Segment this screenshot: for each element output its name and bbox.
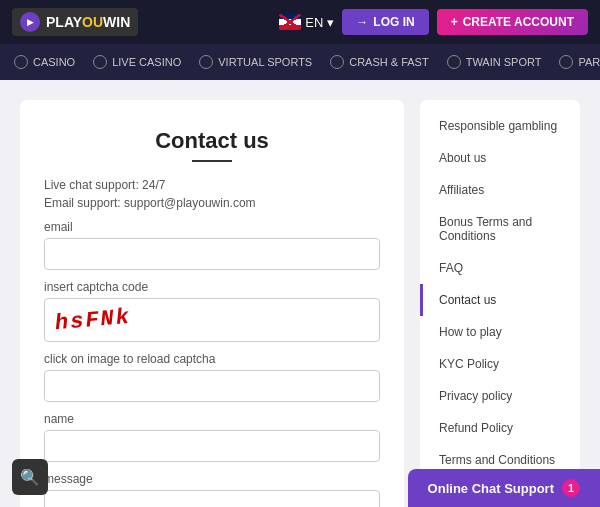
- search-icon: 🔍: [20, 468, 40, 487]
- main-content: Contact us Live chat support: 24/7 Email…: [0, 80, 600, 507]
- captcha-input[interactable]: [44, 370, 380, 402]
- casino-icon: [14, 55, 28, 69]
- email-support-info: Email support: support@playouwin.com: [44, 196, 380, 210]
- captcha-image[interactable]: hsFNk: [44, 298, 380, 342]
- nav-item-twain-sport[interactable]: TWAIN SPORT: [439, 44, 550, 80]
- name-input[interactable]: [44, 430, 380, 462]
- sidebar-item-refund-policy[interactable]: Refund Policy: [420, 412, 580, 444]
- twain-sport-icon: [447, 55, 461, 69]
- lang-label: EN: [305, 15, 323, 30]
- header: PLAYOUWIN EN ▾ LOG IN CREATE ACCOUNT: [0, 0, 600, 44]
- nav-label-twain-sport: TWAIN SPORT: [466, 56, 542, 68]
- logo-icon: [20, 12, 40, 32]
- nav-label-parlaybay: PARLAYBAY: [578, 56, 600, 68]
- chevron-down-icon: ▾: [327, 15, 334, 30]
- nav-label-live-casino: LIVE CASINO: [112, 56, 181, 68]
- title-underline: [192, 160, 232, 162]
- message-input[interactable]: [44, 490, 380, 507]
- sidebar: Responsible gambling About us Affiliates…: [420, 100, 580, 507]
- logo-text: PLAYOUWIN: [46, 14, 130, 30]
- sidebar-item-how-to-play[interactable]: How to play: [420, 316, 580, 348]
- contact-form-area: Contact us Live chat support: 24/7 Email…: [20, 100, 404, 507]
- online-chat-button[interactable]: Online Chat Support 1: [408, 469, 600, 507]
- nav-bar: CASINO LIVE CASINO VIRTUAL SPORTS CRASH …: [0, 44, 600, 80]
- login-button[interactable]: LOG IN: [342, 9, 428, 35]
- language-selector[interactable]: EN ▾: [279, 14, 334, 30]
- message-label: message: [44, 472, 380, 486]
- nav-label-casino: CASINO: [33, 56, 75, 68]
- chat-label: Online Chat Support: [428, 481, 554, 496]
- live-casino-icon: [93, 55, 107, 69]
- crash-fast-icon: [330, 55, 344, 69]
- nav-item-live-casino[interactable]: LIVE CASINO: [85, 44, 189, 80]
- nav-label-crash-fast: CRASH & FAST: [349, 56, 428, 68]
- sidebar-item-affiliates[interactable]: Affiliates: [420, 174, 580, 206]
- sidebar-item-contact-us[interactable]: Contact us: [420, 284, 580, 316]
- nav-item-casino[interactable]: CASINO: [6, 44, 83, 80]
- page-title: Contact us: [44, 128, 380, 154]
- nav-item-crash-fast[interactable]: CRASH & FAST: [322, 44, 436, 80]
- virtual-sports-icon: [199, 55, 213, 69]
- parlaybay-icon: [559, 55, 573, 69]
- sidebar-item-responsible-gambling[interactable]: Responsible gambling: [420, 110, 580, 142]
- sidebar-item-bonus-terms[interactable]: Bonus Terms and Conditions: [420, 206, 580, 252]
- nav-item-virtual-sports[interactable]: VIRTUAL SPORTS: [191, 44, 320, 80]
- name-label: name: [44, 412, 380, 426]
- sidebar-item-about-us[interactable]: About us: [420, 142, 580, 174]
- sidebar-item-privacy-policy[interactable]: Privacy policy: [420, 380, 580, 412]
- live-chat-info: Live chat support: 24/7: [44, 178, 380, 192]
- nav-label-virtual-sports: VIRTUAL SPORTS: [218, 56, 312, 68]
- email-input[interactable]: [44, 238, 380, 270]
- captcha-text: hsFNk: [54, 304, 132, 336]
- sidebar-item-kyc-policy[interactable]: KYC Policy: [420, 348, 580, 380]
- nav-item-parlaybay[interactable]: PARLAYBAY: [551, 44, 600, 80]
- create-account-button[interactable]: CREATE ACCOUNT: [437, 9, 588, 35]
- reload-captcha-label: click on image to reload captcha: [44, 352, 380, 366]
- sidebar-item-faq[interactable]: FAQ: [420, 252, 580, 284]
- header-right: EN ▾ LOG IN CREATE ACCOUNT: [279, 9, 588, 35]
- flag-icon: [279, 14, 301, 30]
- search-button[interactable]: 🔍: [12, 459, 48, 495]
- captcha-label: insert captcha code: [44, 280, 380, 294]
- email-label: email: [44, 220, 380, 234]
- chat-badge: 1: [562, 479, 580, 497]
- logo[interactable]: PLAYOUWIN: [12, 8, 138, 36]
